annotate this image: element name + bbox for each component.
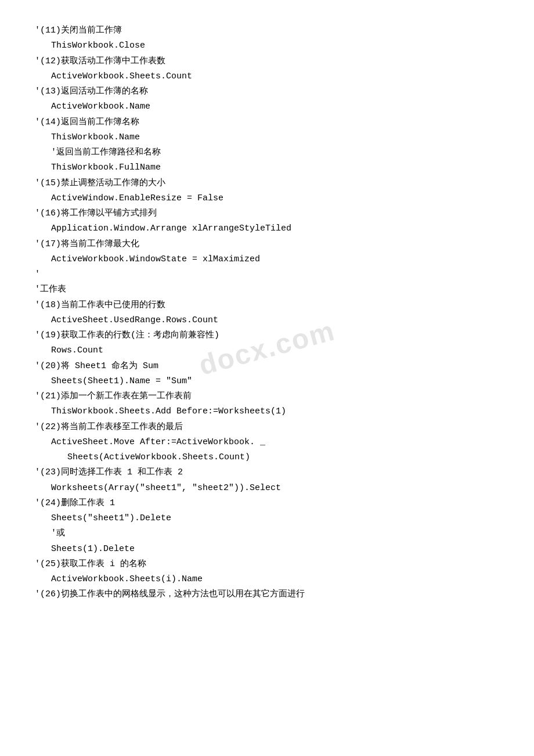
code-line: Sheets("sheet1").Delete [35, 511, 499, 526]
code-line: ActiveSheet.UsedRange.Rows.Count [35, 313, 499, 328]
code-line: '(19)获取工作表的行数(注：考虑向前兼容性) [35, 328, 499, 343]
code-line: '(22)将当前工作表移至工作表的最后 [35, 420, 499, 435]
code-line: '(23)同时选择工作表 1 和工作表 2 [35, 465, 499, 480]
code-line: '(17)将当前工作簿最大化 [35, 237, 499, 252]
code-line: ActiveWorkbook.Sheets(i).Name [35, 572, 499, 587]
code-line: '返回当前工作簿路径和名称 [35, 145, 499, 160]
code-line: '(15)禁止调整活动工作簿的大小 [35, 176, 499, 191]
code-line: '(25)获取工作表 i 的名称 [35, 557, 499, 572]
code-line: '(20)将 Sheet1 命名为 Sum [35, 359, 499, 374]
code-line: '(26)切换工作表中的网格线显示，这种方法也可以用在其它方面进行 [35, 587, 499, 602]
code-line: '工作表 [35, 282, 499, 297]
code-line: '(18)当前工作表中已使用的行数 [35, 298, 499, 313]
code-line: '(12)获取活动工作薄中工作表数 [35, 54, 499, 69]
code-line: Sheets(ActiveWorkbook.Sheets.Count) [35, 450, 499, 465]
code-line: ActiveSheet.Move After:=ActiveWorkbook. … [35, 435, 499, 450]
code-line: '(21)添加一个新工作表在第一工作表前 [35, 389, 499, 404]
code-line: ThisWorkbook.FullName [35, 160, 499, 175]
code-line: '(13)返回活动工作薄的名称 [35, 84, 499, 99]
code-line: ActiveWorkbook.Name [35, 99, 499, 114]
code-line: Rows.Count [35, 343, 499, 358]
code-line: ThisWorkbook.Sheets.Add Before:=Workshee… [35, 404, 499, 419]
code-line: ThisWorkbook.Name [35, 130, 499, 145]
code-line: ActiveWorkbook.WindowState = xlMaximized [35, 252, 499, 267]
code-line: '(11)关闭当前工作簿 [35, 23, 499, 38]
code-line: Worksheets(Array("sheet1", "sheet2")).Se… [35, 481, 499, 496]
code-line: ThisWorkbook.Close [35, 38, 499, 53]
code-line: Sheets(1).Delete [35, 542, 499, 557]
code-line: ActiveWindow.EnableResize = False [35, 191, 499, 206]
code-line: '(24)删除工作表 1 [35, 496, 499, 511]
code-line: '或 [35, 526, 499, 541]
code-line: ' [35, 267, 499, 282]
code-line: Sheets(Sheet1).Name = "Sum" [35, 374, 499, 389]
code-line: '(16)将工作簿以平铺方式排列 [35, 206, 499, 221]
code-line: '(14)返回当前工作簿名称 [35, 115, 499, 130]
code-line: ActiveWorkbook.Sheets.Count [35, 69, 499, 84]
code-line: Application.Window.Arrange xlArrangeStyl… [35, 221, 499, 236]
code-content: '(11)关闭当前工作簿ThisWorkbook.Close'(12)获取活动工… [35, 23, 499, 603]
